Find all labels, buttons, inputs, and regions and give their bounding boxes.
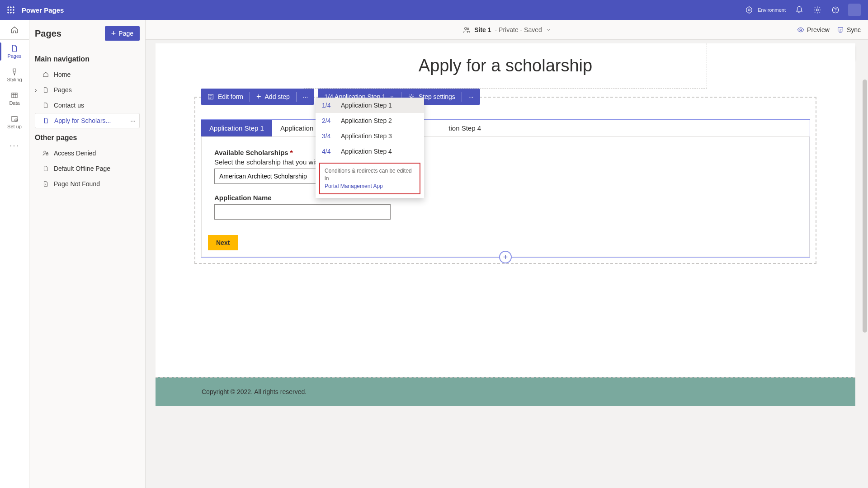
dropdown-footer-text: Conditions & redirects can be edited in bbox=[325, 168, 412, 182]
form-body: Available Scholarships * Select the scho… bbox=[201, 137, 810, 257]
nav-item-more-icon[interactable]: ··· bbox=[130, 117, 136, 124]
rail-item-setup[interactable]: Set up bbox=[0, 110, 29, 134]
tab-step-4[interactable]: tion Step 4 bbox=[440, 120, 489, 136]
svg-point-0 bbox=[8, 7, 9, 8]
application-name-input[interactable] bbox=[214, 204, 391, 220]
page-canvas: Apply for a scholarship Edit form + bbox=[156, 43, 855, 377]
svg-rect-13 bbox=[12, 93, 17, 98]
page-footer: Copyright © 2022. All rights reserved. bbox=[156, 377, 855, 406]
footer-text: Copyright © 2022. All rights reserved. bbox=[202, 388, 307, 395]
vertical-scrollbar[interactable] bbox=[862, 40, 868, 488]
rail-item-data[interactable]: Data bbox=[0, 87, 29, 110]
sync-icon bbox=[837, 26, 844, 33]
svg-point-10 bbox=[816, 9, 819, 11]
home-icon bbox=[42, 71, 49, 78]
page-icon bbox=[42, 86, 49, 94]
step-dropdown: 1/4 Application Step 1 2/4 Application S… bbox=[316, 98, 424, 198]
portal-management-link[interactable]: Portal Management App bbox=[325, 183, 383, 189]
environment-icon bbox=[745, 6, 753, 14]
rail-item-pages[interactable]: Pages bbox=[0, 40, 29, 63]
notifications-button[interactable] bbox=[790, 0, 808, 20]
dropdown-item-step-1[interactable]: 1/4 Application Step 1 bbox=[316, 98, 424, 113]
help-button[interactable] bbox=[826, 0, 844, 20]
add-page-label: Page bbox=[118, 30, 133, 37]
field-label-scholarships: Available Scholarships * bbox=[214, 149, 797, 156]
brush-icon bbox=[10, 68, 19, 76]
preview-button[interactable]: Preview bbox=[797, 26, 830, 33]
nav-label: Home bbox=[54, 71, 71, 78]
chevron-down-icon bbox=[546, 27, 551, 33]
svg-point-9 bbox=[748, 9, 750, 11]
rail-item-styling[interactable]: Styling bbox=[0, 63, 29, 87]
add-page-button[interactable]: + Page bbox=[105, 26, 140, 41]
home-icon bbox=[10, 26, 19, 34]
preview-label: Preview bbox=[807, 26, 830, 33]
content-header: Site 1 - Private - Saved Preview Sync bbox=[146, 20, 868, 40]
nav-item-contact[interactable]: Contact us bbox=[35, 98, 140, 113]
svg-point-19 bbox=[467, 28, 469, 29]
nav-item-access-denied[interactable]: Access Denied bbox=[35, 145, 140, 161]
settings-button[interactable] bbox=[808, 0, 826, 20]
svg-rect-21 bbox=[838, 27, 843, 31]
svg-point-2 bbox=[13, 7, 14, 8]
add-section-button[interactable]: + bbox=[499, 251, 512, 263]
scrollbar-thumb[interactable] bbox=[863, 80, 867, 333]
svg-point-20 bbox=[800, 29, 802, 31]
dropdown-item-step-4[interactable]: 4/4 Application Step 4 bbox=[316, 144, 424, 159]
tab-step-1[interactable]: Application Step 1 bbox=[201, 120, 272, 136]
rail-item-more[interactable]: ··· bbox=[0, 134, 29, 157]
add-step-label: Add step bbox=[265, 93, 290, 100]
page-title-section[interactable]: Apply for a scholarship bbox=[304, 43, 707, 89]
nav-label: Default Offline Page bbox=[54, 165, 110, 172]
dropdown-footer: Conditions & redirects can be edited in … bbox=[319, 163, 420, 194]
edit-form-button[interactable]: Edit form bbox=[201, 89, 250, 105]
page-title: Apply for a scholarship bbox=[304, 56, 707, 75]
environment-picker[interactable]: Environment bbox=[745, 6, 790, 14]
rail-home-button[interactable] bbox=[0, 20, 29, 40]
step-more-button[interactable]: ··· bbox=[462, 89, 480, 105]
step-label: Application Step 4 bbox=[341, 148, 392, 155]
rail-label: Set up bbox=[7, 124, 22, 129]
field-label-app-name: Application Name bbox=[214, 194, 797, 202]
nav-item-apply-scholarship[interactable]: Apply for Scholars... ··· bbox=[35, 113, 140, 128]
svg-rect-17 bbox=[46, 154, 48, 155]
step-label: Application Step 2 bbox=[341, 117, 392, 124]
section-other: Other pages bbox=[35, 134, 140, 142]
page-icon bbox=[10, 44, 19, 52]
nav-item-not-found[interactable]: Page Not Found bbox=[35, 176, 140, 192]
people-icon bbox=[462, 26, 471, 34]
dropdown-item-step-2[interactable]: 2/4 Application Step 2 bbox=[316, 113, 424, 128]
add-step-button[interactable]: + Add step bbox=[250, 89, 296, 105]
waffle-icon bbox=[7, 6, 14, 14]
workspace-rail: Pages Styling Data Set up ··· bbox=[0, 20, 29, 488]
step-number: 3/4 bbox=[322, 132, 334, 140]
form-icon bbox=[207, 93, 214, 100]
plus-icon: + bbox=[111, 29, 116, 38]
site-name: Site 1 bbox=[474, 26, 491, 33]
sync-button[interactable]: Sync bbox=[837, 26, 861, 33]
nav-item-offline[interactable]: Default Offline Page bbox=[35, 161, 140, 176]
svg-point-8 bbox=[13, 12, 14, 14]
plus-icon: + bbox=[256, 92, 261, 102]
svg-point-12 bbox=[835, 11, 836, 12]
page-error-icon bbox=[42, 180, 49, 188]
form-more-button[interactable]: ··· bbox=[297, 89, 315, 105]
svg-point-16 bbox=[44, 151, 46, 153]
plus-icon: + bbox=[503, 253, 508, 262]
next-button[interactable]: Next bbox=[208, 235, 238, 250]
user-avatar[interactable] bbox=[848, 4, 861, 16]
nav-item-home[interactable]: Home bbox=[35, 67, 140, 82]
help-icon bbox=[831, 6, 840, 14]
nav-label: Contact us bbox=[54, 102, 84, 109]
more-icon: ··· bbox=[9, 141, 19, 150]
site-selector[interactable]: Site 1 - Private - Saved bbox=[462, 26, 551, 34]
rail-label: Pages bbox=[7, 53, 21, 59]
step-label: Application Step 3 bbox=[341, 132, 392, 140]
app-launcher-button[interactable] bbox=[4, 3, 18, 17]
step-number: 2/4 bbox=[322, 117, 334, 124]
nav-item-pages[interactable]: Pages bbox=[35, 82, 140, 98]
step-tabs: Application Step 1 Application Step tion… bbox=[201, 120, 810, 137]
dropdown-item-step-3[interactable]: 3/4 Application Step 3 bbox=[316, 128, 424, 144]
nav-label: Apply for Scholars... bbox=[54, 117, 111, 124]
global-header: Power Pages Environment bbox=[0, 0, 868, 20]
